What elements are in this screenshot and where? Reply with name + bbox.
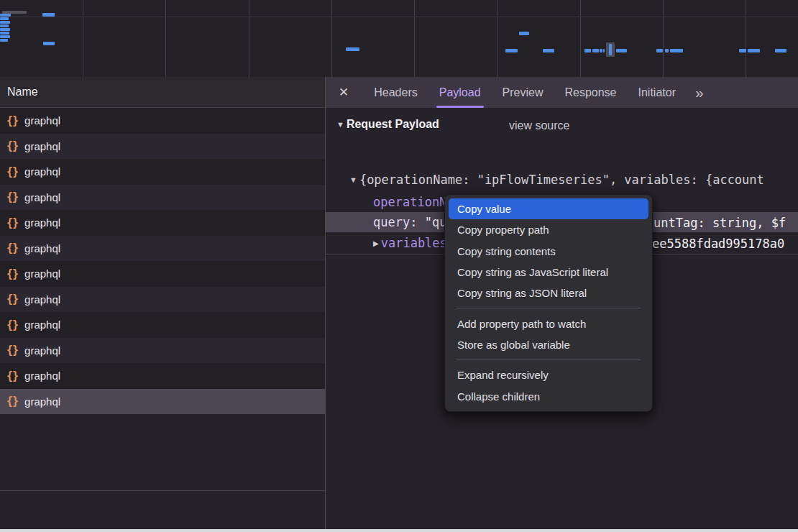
menu-item-copy-property-path[interactable]: Copy property path: [449, 219, 648, 240]
request-timing-bar: [346, 47, 359, 51]
tab-initiator[interactable]: Initiator: [628, 77, 687, 108]
menu-separator: [457, 308, 641, 308]
name-column-label: Name: [7, 86, 38, 98]
request-name-label: graphql: [24, 267, 60, 280]
request-name-label: graphql: [24, 293, 60, 306]
request-row[interactable]: {}graphql: [0, 236, 325, 262]
request-timing-bar: [42, 13, 55, 17]
request-timing-bar: [0, 14, 11, 17]
page-bottom-edge: [0, 529, 798, 532]
view-source-link[interactable]: view source: [509, 119, 569, 132]
section-title: Request Payload: [347, 118, 439, 131]
root-object-preview: {operationName: "ipFlowTimeseries", vari…: [359, 173, 764, 187]
request-row[interactable]: {}graphql: [0, 287, 325, 313]
name-column-header[interactable]: Name: [0, 77, 325, 108]
request-timing-bar: [0, 28, 10, 31]
json-braces-icon: {}: [6, 318, 18, 331]
property-key: variables: [381, 236, 447, 250]
json-braces-icon: {}: [6, 267, 18, 280]
request-timing-bar: [505, 49, 518, 52]
request-timing-bar: [609, 44, 612, 55]
request-row[interactable]: {}graphql: [0, 134, 325, 160]
menu-item-copy-string-contents[interactable]: Copy string contents: [449, 241, 648, 262]
json-braces-icon: {}: [6, 395, 18, 408]
request-name-label: graphql: [24, 191, 60, 203]
request-row[interactable]: {}graphql: [0, 185, 325, 211]
gridline: [580, 0, 581, 77]
request-name-label: graphql: [24, 370, 60, 382]
menu-separator: [457, 359, 641, 360]
json-braces-icon: {}: [6, 114, 18, 127]
request-row-selected[interactable]: {}graphql: [0, 389, 325, 415]
expand-triangle-icon[interactable]: ▶: [373, 239, 379, 247]
request-timing-bar: [600, 49, 602, 52]
request-timing-bar: [0, 24, 9, 27]
json-braces-icon: {}: [6, 216, 18, 229]
menu-item-add-property-path-to-watch[interactable]: Add property path to watch: [449, 313, 648, 334]
json-braces-icon: {}: [6, 165, 18, 178]
request-timing-bar: [0, 17, 9, 20]
detail-tabbar: ✕ HeadersPayloadPreviewResponseInitiator…: [326, 77, 798, 108]
menu-item-copy-string-as-json-literal[interactable]: Copy string as JSON literal: [449, 283, 648, 303]
request-row[interactable]: {}graphql: [0, 363, 325, 389]
gridline: [746, 0, 746, 77]
more-tabs-icon[interactable]: »: [687, 85, 712, 100]
request-name-label: graphql: [24, 140, 60, 152]
json-braces-icon: {}: [6, 242, 18, 254]
request-timing-bar: [519, 32, 529, 35]
gridline: [83, 0, 83, 77]
request-timing-bar: [656, 49, 663, 52]
request-payload-section-header[interactable]: ▼ Request Payload: [336, 118, 439, 131]
variables-value-fragment: ee5588fdad995178a0: [652, 237, 784, 251]
request-timing-bar: [592, 49, 599, 52]
request-row[interactable]: {}graphql: [0, 108, 325, 134]
overview-lane-divider: [0, 17, 798, 17]
request-timing-bar: [665, 49, 669, 52]
menu-item-expand-recursively[interactable]: Expand recursively: [449, 364, 648, 385]
network-overview[interactable]: [0, 0, 798, 78]
property-key: query:: [373, 215, 417, 229]
context-menu: Copy valueCopy property pathCopy string …: [444, 194, 653, 412]
gridline: [331, 0, 332, 77]
request-name-label: graphql: [24, 242, 60, 254]
menu-item-copy-string-as-javascript-literal[interactable]: Copy string as JavaScript literal: [449, 262, 648, 283]
request-timing-bar: [616, 49, 627, 52]
request-name-label: graphql: [24, 395, 60, 408]
query-value-fragment: untTag: string, $f: [653, 216, 786, 230]
request-name-label: graphql: [24, 318, 60, 331]
tab-headers[interactable]: Headers: [363, 77, 428, 108]
request-timing-bar: [748, 49, 760, 52]
request-timing-bar: [543, 49, 554, 52]
request-row[interactable]: {}graphql: [0, 210, 325, 236]
request-name-label: graphql: [24, 114, 60, 127]
menu-item-store-as-global-variable[interactable]: Store as global variable: [449, 334, 648, 355]
close-icon[interactable]: ✕: [339, 85, 349, 100]
gridline: [165, 0, 166, 77]
request-row[interactable]: {}graphql: [0, 312, 325, 338]
request-row[interactable]: {}graphql: [0, 159, 325, 185]
request-timing-bar: [739, 49, 746, 52]
tab-preview[interactable]: Preview: [492, 77, 554, 108]
collapse-triangle-icon: ▼: [336, 120, 344, 129]
gridline: [497, 0, 497, 77]
tab-response[interactable]: Response: [554, 77, 627, 108]
tabs-container: HeadersPayloadPreviewResponseInitiator: [363, 77, 687, 108]
tree-row-root[interactable]: ▼ {operationName: "ipFlowTimeseries", va…: [326, 170, 798, 190]
devtools-network-panel: Name {}graphql{}graphql{}graphql{}graphq…: [0, 0, 798, 532]
json-braces-icon: {}: [6, 370, 18, 382]
menu-item-copy-value[interactable]: Copy value: [449, 198, 648, 219]
request-name-label: graphql: [24, 344, 60, 357]
request-timing-bar: [0, 39, 8, 42]
request-name-label: graphql: [24, 216, 60, 229]
request-row[interactable]: {}graphql: [0, 338, 325, 364]
request-timing-bar: [43, 42, 55, 45]
json-braces-icon: {}: [6, 139, 18, 152]
tab-payload[interactable]: Payload: [428, 77, 492, 108]
property-value-start: "qu: [425, 215, 447, 229]
request-timing-bar: [0, 21, 10, 24]
gridline: [249, 0, 249, 77]
collapse-triangle-icon[interactable]: ▼: [349, 175, 357, 184]
request-row[interactable]: {}graphql: [0, 261, 325, 287]
menu-item-collapse-children[interactable]: Collapse children: [449, 385, 648, 406]
request-timing-bar: [670, 49, 683, 52]
